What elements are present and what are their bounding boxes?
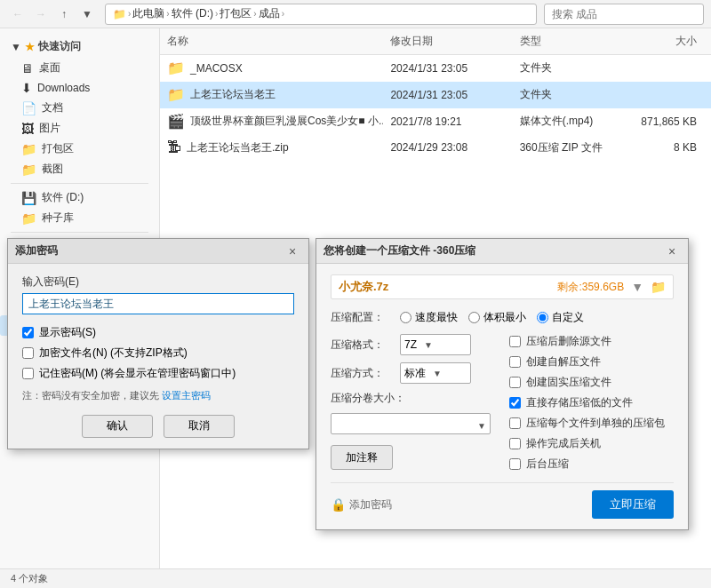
table-row[interactable]: 📁 上老王论坛当老王 2024/1/31 23:05 文件夹 xyxy=(160,82,711,108)
compress-volume-input[interactable]: ▼ xyxy=(331,413,491,434)
compress-method-row: 压缩方式： 标准 ▼ xyxy=(331,362,495,384)
delete-source-checkbox[interactable] xyxy=(509,336,521,347)
compress-volume-row: 压缩分卷大小： xyxy=(331,391,495,406)
compress-note-button[interactable]: 加注释 xyxy=(331,445,393,470)
sidebar-divider-2 xyxy=(11,232,148,233)
checkbox-shutdown: 操作完成后关机 xyxy=(509,436,674,451)
self-extract-checkbox[interactable] xyxy=(509,356,521,368)
compress-method-select[interactable]: 标准 ▼ xyxy=(400,362,471,384)
col-name[interactable]: 名称 xyxy=(160,32,383,51)
checkbox-solid: 创建固实压缩文件 xyxy=(509,375,674,390)
recent-button[interactable]: ▼ xyxy=(76,4,98,25)
radio-custom-input[interactable] xyxy=(537,312,548,323)
compress-filename: 小尤奈.7z xyxy=(339,279,550,295)
compress-dialog-body: 小尤奈.7z 剩余:359.6GB ▼ 📁 压缩配置： 速度最快 体积最小 自定… xyxy=(316,264,688,529)
forward-button[interactable]: → xyxy=(30,4,52,25)
file-type: 文件夹 xyxy=(513,59,625,77)
password-dialog-buttons: 确认 取消 xyxy=(22,415,294,438)
password-input[interactable] xyxy=(22,293,294,314)
password-cancel-button[interactable]: 取消 xyxy=(164,415,235,438)
compress-filename-row: 小尤奈.7z 剩余:359.6GB ▼ 📁 xyxy=(331,274,674,299)
sidebar-item-screenshots[interactable]: 📁 截图 xyxy=(0,159,159,179)
shutdown-checkbox[interactable] xyxy=(509,438,521,449)
compress-dialog: 您将创建一个压缩文件 -360压缩 × 小尤奈.7z 剩余:359.6GB ▼ … xyxy=(316,238,689,530)
password-dialog: 添加密码 × 输入密码(E) 显示密码(S) 加密文件名(N) (不支持ZIP格… xyxy=(7,238,309,449)
table-row[interactable]: 🎬 顶级世界杯童颜巨乳漫展Cos美少女■ 小... 2021/7/8 19:21… xyxy=(160,108,711,135)
solid-checkbox[interactable] xyxy=(509,377,521,388)
back-button[interactable]: ← xyxy=(7,4,28,25)
show-password-row: 显示密码(S) xyxy=(22,325,294,340)
compress-dialog-title: 您将创建一个压缩文件 -360压缩 xyxy=(324,243,475,258)
compress-submit-button[interactable]: 立即压缩 xyxy=(592,490,674,519)
col-size[interactable]: 大小 xyxy=(625,32,711,51)
checkbox-self-extract: 创建自解压文件 xyxy=(509,354,674,369)
radio-fastest-input[interactable] xyxy=(400,312,411,323)
compress-volume-input-row: ▼ xyxy=(331,413,495,434)
compress-format-select[interactable]: 7Z ▼ xyxy=(400,334,471,355)
sidebar-item-desktop[interactable]: 🖥 桌面 xyxy=(0,58,159,78)
store-low-checkbox[interactable] xyxy=(509,397,521,409)
col-type[interactable]: 类型 xyxy=(513,32,625,51)
compress-space: 剩余:359.6GB xyxy=(557,280,624,295)
zip-icon: 🗜 xyxy=(167,139,181,155)
remember-password-label: 记住密码(M) (将会显示在管理密码窗口中) xyxy=(39,366,236,381)
compress-add-password[interactable]: 🔒 添加密码 xyxy=(331,497,392,513)
title-bar: ← → ↑ ▼ 📁 › 此电脑 › 软件 (D:) › 打包区 › 成品 › xyxy=(0,0,711,28)
file-date: 2024/1/31 23:05 xyxy=(383,60,512,76)
search-input[interactable] xyxy=(544,4,704,25)
file-type: 媒体文件(.mp4) xyxy=(513,112,625,131)
password-label: 输入密码(E) xyxy=(22,274,294,290)
compress-folder-browse-icon[interactable]: ▼ xyxy=(631,280,643,294)
remember-password-row: 记住密码(M) (将会显示在管理密码窗口中) xyxy=(22,366,294,381)
desktop-icon: 🖥 xyxy=(21,61,34,75)
file-type: 360压缩 ZIP 文件 xyxy=(513,139,625,157)
password-confirm-button[interactable]: 确认 xyxy=(82,415,153,438)
sidebar-item-seed-lib[interactable]: 📁 种子库 xyxy=(0,208,159,228)
radio-fastest: 速度最快 xyxy=(400,310,458,325)
checkbox-per-file: 压缩每个文件到单独的压缩包 xyxy=(509,416,674,431)
encrypt-name-label: 加密文件名(N) (不支持ZIP格式) xyxy=(39,346,188,361)
show-password-label: 显示密码(S) xyxy=(39,325,96,340)
background-checkbox[interactable] xyxy=(509,458,521,470)
checkbox-store-low: 直接存储压缩低的文件 xyxy=(509,395,674,410)
address-bar[interactable]: 📁 › 此电脑 › 软件 (D:) › 打包区 › 成品 › xyxy=(105,4,537,25)
sidebar-item-pictures[interactable]: 🖼 图片 xyxy=(0,118,159,139)
sidebar-item-downloads[interactable]: ⬇ Downloads xyxy=(0,78,159,98)
file-date: 2021/7/8 19:21 xyxy=(383,114,512,130)
pictures-icon: 🖼 xyxy=(21,122,34,136)
file-date: 2024/1/31 23:05 xyxy=(383,87,512,103)
radio-custom: 自定义 xyxy=(537,310,584,325)
nav-buttons: ← → ↑ ▼ xyxy=(7,4,98,25)
password-dialog-title-bar: 添加密码 × xyxy=(8,239,308,264)
radio-smallest-input[interactable] xyxy=(468,312,480,323)
file-name-macosx: 📁 _MACOSX xyxy=(160,58,383,78)
video-icon: 🎬 xyxy=(167,113,185,130)
documents-icon: 📄 xyxy=(21,101,36,115)
checkbox-background: 后台压缩 xyxy=(509,457,674,472)
compress-two-col: 压缩格式： 7Z ▼ 压缩方式： 标准 ▼ 压缩分卷大小： xyxy=(331,334,674,472)
col-date[interactable]: 修改日期 xyxy=(383,32,512,51)
compress-dialog-close[interactable]: × xyxy=(663,242,681,260)
compress-browse-button[interactable]: 📁 xyxy=(651,280,666,294)
password-dialog-body: 输入密码(E) 显示密码(S) 加密文件名(N) (不支持ZIP格式) 记住密码… xyxy=(8,264,308,449)
compress-checkboxes: 压缩后删除源文件 创建自解压文件 创建固实压缩文件 直接存储压缩低的文件 xyxy=(509,334,674,472)
pack-icon: 📁 xyxy=(21,142,36,156)
password-dialog-title: 添加密码 xyxy=(15,243,58,258)
compress-dialog-title-bar: 您将创建一个压缩文件 -360压缩 × xyxy=(316,239,688,264)
set-master-password-link[interactable]: 设置主密码 xyxy=(162,390,211,401)
password-note: 注：密码没有安全加密，建议先 设置主密码 xyxy=(22,388,294,404)
up-button[interactable]: ↑ xyxy=(53,4,75,25)
quick-access-header[interactable]: ▼ ★ 快速访问 xyxy=(0,36,159,58)
sidebar-item-drive-d[interactable]: 💾 软件 (D:) xyxy=(0,187,159,208)
table-row[interactable]: 📁 _MACOSX 2024/1/31 23:05 文件夹 xyxy=(160,55,711,82)
sidebar-divider-1 xyxy=(11,183,148,184)
sidebar-item-documents[interactable]: 📄 文档 xyxy=(0,98,159,118)
show-password-checkbox[interactable] xyxy=(22,327,34,338)
compress-options-label: 压缩配置： xyxy=(331,310,393,325)
encrypt-name-checkbox[interactable] xyxy=(22,347,34,359)
sidebar-item-pack[interactable]: 📁 打包区 xyxy=(0,139,159,159)
remember-password-checkbox[interactable] xyxy=(22,368,34,379)
table-row[interactable]: 🗜 上老王论坛当老王.zip 2024/1/29 23:08 360压缩 ZIP… xyxy=(160,135,711,161)
password-dialog-close[interactable]: × xyxy=(284,242,301,260)
per-file-checkbox[interactable] xyxy=(509,417,521,429)
